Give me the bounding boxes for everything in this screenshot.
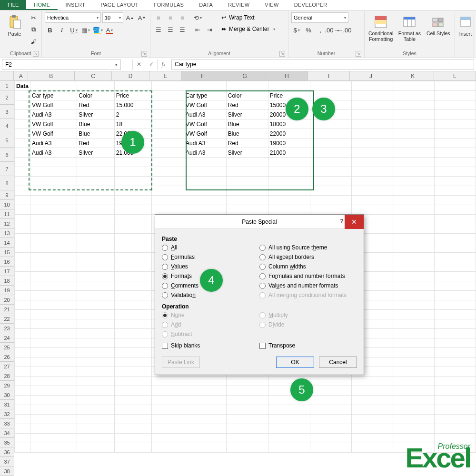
row-header-9[interactable]: 9 — [0, 190, 14, 200]
cell-D12[interactable] — [114, 186, 152, 196]
cell-A16[interactable] — [15, 224, 30, 234]
col-header-A[interactable]: A — [14, 71, 28, 80]
row-header-18[interactable]: 18 — [0, 276, 14, 286]
cell-C10[interactable] — [77, 167, 114, 177]
wrap-text-button[interactable]: ↩ Wrap Text — [219, 12, 277, 23]
cell-H1[interactable] — [268, 81, 310, 91]
cell-C13[interactable] — [77, 196, 114, 205]
conditional-formatting-button[interactable]: Conditional Formatting — [367, 12, 394, 42]
cell-C15[interactable] — [77, 215, 114, 224]
row-header-32[interactable]: 32 — [0, 409, 14, 419]
cell-A6[interactable] — [15, 129, 30, 139]
cell-D3[interactable]: 15.000 — [114, 100, 152, 110]
insert-function-button[interactable]: fx — [157, 60, 169, 70]
cell-J1[interactable] — [351, 81, 393, 91]
cell-B5[interactable]: VW Golf — [30, 119, 77, 129]
align-center-button[interactable]: ☰ — [165, 24, 176, 35]
cell-K3[interactable] — [393, 100, 434, 110]
cell-D1[interactable] — [114, 81, 152, 91]
cell-F1[interactable] — [184, 81, 227, 91]
cell-L33[interactable] — [434, 386, 476, 396]
cell-K18[interactable] — [393, 243, 434, 253]
cell-C31[interactable] — [77, 367, 114, 377]
tab-view[interactable]: VIEW — [257, 0, 286, 10]
cell-F36[interactable] — [184, 415, 227, 424]
name-box[interactable]: F2▾ — [2, 60, 121, 70]
cell-D26[interactable] — [114, 319, 152, 329]
cell-L8[interactable] — [434, 148, 476, 158]
cell-E14[interactable] — [152, 205, 184, 215]
cut-button[interactable]: ✂ — [28, 12, 39, 23]
row-header-11[interactable]: 11 — [0, 209, 14, 219]
tab-file[interactable]: FILE — [0, 0, 26, 10]
cell-L34[interactable] — [434, 396, 476, 405]
cell-A37[interactable] — [15, 424, 30, 434]
cell-A17[interactable] — [15, 234, 30, 243]
cell-J2[interactable] — [351, 91, 393, 100]
cell-I7[interactable] — [310, 139, 351, 148]
cell-A18[interactable] — [15, 243, 30, 253]
row-header-15[interactable]: 15 — [0, 248, 14, 257]
cell-L35[interactable] — [434, 405, 476, 415]
cell-C5[interactable]: Blue — [77, 119, 114, 129]
cell-B38[interactable] — [30, 434, 77, 443]
cell-J34[interactable] — [351, 396, 393, 405]
cell-K1[interactable] — [393, 81, 434, 91]
cell-D16[interactable] — [114, 224, 152, 234]
cell-K30[interactable] — [393, 357, 434, 367]
tab-insert[interactable]: INSERT — [58, 0, 93, 10]
cell-G8[interactable]: Silver — [226, 148, 268, 158]
cell-D9[interactable] — [114, 158, 152, 167]
cell-D37[interactable] — [114, 424, 152, 434]
row-header-33[interactable]: 33 — [0, 419, 14, 428]
cell-D28[interactable] — [114, 338, 152, 348]
col-header-C[interactable]: C — [75, 71, 112, 80]
radio-all using source theme[interactable]: All using Source theme — [259, 244, 357, 251]
cell-A28[interactable] — [15, 338, 30, 348]
col-header-B[interactable]: B — [28, 71, 75, 80]
paste-button[interactable]: Paste — [3, 12, 26, 37]
font-size-combo[interactable]: 10▾ — [102, 12, 123, 23]
cell-A24[interactable] — [15, 300, 30, 310]
cell-A26[interactable] — [15, 319, 30, 329]
cell-E9[interactable] — [152, 158, 184, 167]
tab-page-layout[interactable]: PAGE LAYOUT — [93, 0, 146, 10]
cell-A27[interactable] — [15, 329, 30, 338]
row-header-14[interactable]: 14 — [0, 238, 14, 248]
cell-B22[interactable] — [30, 281, 77, 291]
cell-D18[interactable] — [114, 243, 152, 253]
cell-F32[interactable] — [184, 377, 227, 386]
cell-A1[interactable]: Data — [15, 81, 30, 91]
cell-D35[interactable] — [114, 405, 152, 415]
accounting-format-button[interactable]: $ — [291, 25, 302, 35]
cell-L27[interactable] — [434, 329, 476, 338]
cell-E13[interactable] — [152, 196, 184, 205]
row-header-28[interactable]: 28 — [0, 371, 14, 381]
skip-blanks-checkbox[interactable]: Skip blanks — [162, 342, 259, 349]
row-header-3[interactable]: 3 — [0, 105, 14, 119]
row-header-25[interactable]: 25 — [0, 343, 14, 352]
cell-F2[interactable]: Car type — [184, 91, 227, 100]
orientation-button[interactable]: ⟲ — [192, 12, 203, 23]
cell-F10[interactable] — [184, 167, 227, 177]
fill-color-button[interactable]: 🪣 — [92, 25, 103, 35]
cell-F3[interactable]: VW Golf — [184, 100, 227, 110]
formula-cancel-button[interactable]: ✕ — [132, 60, 145, 70]
cell-F13[interactable] — [184, 196, 227, 205]
cell-B20[interactable] — [30, 262, 77, 272]
row-header-26[interactable]: 26 — [0, 352, 14, 362]
number-format-combo[interactable]: General▾ — [291, 12, 348, 23]
cell-F33[interactable] — [184, 386, 227, 396]
cell-K15[interactable] — [393, 215, 434, 224]
grow-font-button[interactable]: A▲ — [125, 12, 135, 23]
cell-L2[interactable] — [434, 91, 476, 100]
align-top-button[interactable]: ≡ — [153, 12, 164, 23]
cell-G36[interactable] — [226, 415, 268, 424]
cell-J6[interactable] — [351, 129, 393, 139]
cell-H6[interactable]: 22000 — [268, 129, 310, 139]
cell-G33[interactable] — [226, 386, 268, 396]
cell-L38[interactable] — [434, 434, 476, 443]
cell-K31[interactable] — [393, 367, 434, 377]
cell-G13[interactable] — [226, 196, 268, 205]
cell-A39[interactable] — [15, 443, 30, 453]
